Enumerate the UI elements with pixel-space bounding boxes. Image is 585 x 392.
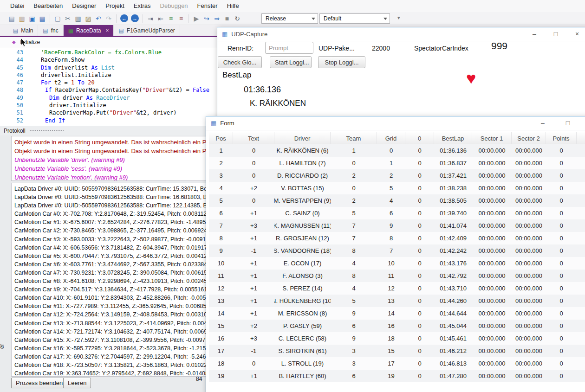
log-line[interactable]: CarMotion Car #7: X:-730.9231: Y:3.07282… bbox=[14, 269, 213, 277]
column-header-text[interactable]: Text bbox=[233, 132, 274, 144]
menu-extras[interactable]: Extras bbox=[129, 0, 156, 12]
close-icon[interactable]: × bbox=[582, 116, 585, 130]
toolbar-overflow-icon[interactable]: ▾ bbox=[397, 15, 400, 21]
menu-debuggen[interactable]: Debuggen bbox=[156, 0, 193, 12]
log-line[interactable]: CarMotion Car #19: X:363.74652: Y:2.9795… bbox=[14, 369, 213, 377]
log-line[interactable]: CarMotion Car #14: X:-721.72174: Y:3.104… bbox=[14, 328, 213, 336]
log-line[interactable]: CarMotion Car #3: X:-593.0033: Y:3.22226… bbox=[14, 235, 213, 244]
table-row[interactable]: 10K. RÄIKKÖNEN (6)10001:36.13600:00.0000… bbox=[209, 144, 585, 157]
undo-icon[interactable]: ↶ bbox=[93, 13, 104, 24]
clear-log-button[interactable]: Leeren bbox=[63, 378, 91, 388]
paste-icon[interactable]: ▨ bbox=[83, 13, 93, 24]
table-row[interactable]: 17-1S. SIROTKIN (61)315001:46.21200:00.0… bbox=[209, 345, 585, 357]
column-header-driver[interactable]: Driver bbox=[274, 132, 331, 144]
log-line[interactable]: CarMotion Car #11: X:-727.7989: Y:3.1124… bbox=[14, 302, 213, 310]
table-row[interactable]: 8+1R. GROSJEAN (12)78001:42.40900:00.000… bbox=[209, 232, 585, 244]
log-line[interactable]: LapData Driver #0: UUID:-505597098361256… bbox=[14, 201, 213, 210]
menu-projekt[interactable]: Projekt bbox=[101, 0, 129, 12]
menu-datei[interactable]: Datei bbox=[6, 0, 29, 12]
log-line[interactable]: CarMotion Car #0: X:-702.708: Y:2.817064… bbox=[14, 210, 213, 218]
splitter-grip-icon[interactable] bbox=[29, 129, 64, 132]
cut-icon[interactable]: ✂ bbox=[63, 13, 73, 24]
table-row[interactable]: 7+3K. MAGNUSSEN (11)79001:41.07400:00.00… bbox=[209, 219, 585, 232]
table-row[interactable]: 20L. HAMILTON (7)01001:36.83700:00.00000… bbox=[209, 157, 585, 169]
column-header-grid[interactable]: Grid bbox=[377, 132, 405, 144]
log-line[interactable]: CarMotion Car #18: X:-723.50507: Y:3.135… bbox=[14, 361, 213, 369]
close-icon[interactable]: × bbox=[566, 27, 585, 41]
menu-hilfe[interactable]: Hilfe bbox=[222, 0, 244, 12]
column-header-pos[interactable]: Pos bbox=[209, 132, 233, 144]
log-line[interactable]: CarMotion Car #13: X:-713.88544: Y:3.122… bbox=[14, 319, 213, 328]
menu-designer[interactable]: Designer bbox=[67, 0, 101, 12]
compiler-warning-line[interactable]: Unbenutzte Variable 'motion'. (warning #… bbox=[14, 173, 213, 181]
profile-combo[interactable]: Default bbox=[319, 13, 390, 24]
log-line[interactable]: CarMotion Car #6: X:-603.7761: Y:3.47446… bbox=[14, 260, 213, 269]
table-row[interactable]: 180L. STROLL (19)317001:46.81300:00.0000… bbox=[209, 357, 585, 370]
log-line[interactable]: CarMotion Car #9: X:-704.517: Y:3.136463… bbox=[14, 285, 213, 294]
tab-f1gameudpparser[interactable]: ▤F1GameUdpParser bbox=[114, 25, 180, 36]
outdent-icon[interactable]: ⇤ bbox=[156, 13, 166, 24]
table-row[interactable]: 4+2V. BOTTAS (15)05001:38.23800:00.00000… bbox=[209, 182, 585, 194]
end-process-button[interactable]: Prozess beenden bbox=[11, 378, 67, 388]
save-all-icon[interactable]: ▦ bbox=[37, 13, 47, 24]
log-line[interactable]: CarMotion Car #12: X:-724.2564: Y:3.1491… bbox=[14, 310, 213, 319]
compiler-warning-line[interactable]: Objekt wurde in einen String umgewandelt… bbox=[14, 147, 213, 155]
log-line[interactable]: CarMotion Car #10: X:-601.9101: Y:2.8394… bbox=[14, 294, 213, 302]
minimize-icon[interactable]: – bbox=[524, 27, 545, 41]
column-header-0[interactable]: 0 bbox=[405, 132, 434, 144]
table-row[interactable]: 16+3C. LECLERC (58)918001:45.46100:00.00… bbox=[209, 332, 585, 345]
log-line[interactable]: CarMotion Car #16: X:-595.77295: Y:3.281… bbox=[14, 344, 213, 353]
tab-fnc[interactable]: ▤fnc bbox=[38, 25, 63, 36]
udp-title-bar[interactable]: ▦ UDP-Capture – □ × bbox=[217, 27, 585, 41]
log-line[interactable]: CarMotion Car #15: X:-727.5927: Y:3.1108… bbox=[14, 336, 213, 344]
start-logging-button[interactable]: Start Loggi... bbox=[270, 56, 312, 68]
table-row[interactable]: 30D. RICCIARDO (2)22001:37.42100:00.0000… bbox=[209, 169, 585, 182]
table-row[interactable]: 10+1E. OCON (17)410001:43.17600:00.00000… bbox=[209, 257, 585, 270]
column-header-points[interactable]: Points bbox=[546, 132, 577, 144]
new-module-icon[interactable]: ▤ bbox=[6, 13, 17, 24]
build-config-combo[interactable]: Release bbox=[261, 13, 318, 24]
form-title-bar[interactable]: ▦ Form – □ × bbox=[206, 116, 585, 130]
navigate-back-icon[interactable]: ← bbox=[120, 14, 128, 22]
maximize-icon[interactable]: □ bbox=[557, 116, 578, 130]
table-row[interactable]: 15+2P. GASLY (59)616001:45.04400:00.0000… bbox=[209, 320, 585, 332]
log-line[interactable]: LapData Driver #0: UUID:-505597098361256… bbox=[14, 193, 213, 201]
uncomment-icon[interactable]: ≡ bbox=[176, 13, 186, 24]
open-project-icon[interactable]: ▥ bbox=[17, 13, 27, 24]
table-row[interactable]: 50M. VERSTAPPEN (9)24001:38.50500:00.000… bbox=[209, 194, 585, 207]
close-tab-icon[interactable]: × bbox=[105, 27, 109, 34]
tab-racedata[interactable]: ▦RaceData× bbox=[64, 25, 114, 36]
log-line[interactable]: CarMotion Car #5: X:-600.70447: Y:3.7931… bbox=[14, 252, 213, 260]
table-row[interactable]: 13+1N. HÜLKENBERG (10)513001:44.26000:00… bbox=[209, 295, 585, 307]
log-panel[interactable]: LapData Driver #0: UUID:-505597098361256… bbox=[11, 183, 216, 377]
log-line[interactable]: CarMotion Car #4: X:-606.53656: Y:3.7181… bbox=[14, 244, 213, 252]
column-header-sector-1[interactable]: Sector 1 bbox=[472, 132, 512, 144]
run-icon[interactable]: ▶ bbox=[191, 13, 202, 24]
restart-icon[interactable]: ↻ bbox=[232, 13, 242, 24]
step-into-icon[interactable]: ↪ bbox=[202, 13, 212, 24]
column-header-bestlap[interactable]: BestLap bbox=[434, 132, 472, 144]
save-icon[interactable]: ▣ bbox=[27, 13, 37, 24]
stop-icon[interactable]: ■ bbox=[222, 13, 232, 24]
warnings-panel[interactable]: Objekt wurde in einen String umgewandelt… bbox=[11, 136, 216, 181]
navigate-forward-icon[interactable]: → bbox=[131, 14, 139, 22]
minimize-icon[interactable]: – bbox=[532, 116, 553, 130]
compiler-warning-line[interactable]: Unbenutzte Variable 'driver'. (warning #… bbox=[14, 155, 213, 164]
log-line[interactable]: CarMotion Car #2: X:-730.8465: Y:3.09886… bbox=[14, 226, 213, 235]
table-row[interactable]: 6+1C. SAINZ (0)56001:39.74000:00.00000:0… bbox=[209, 207, 585, 219]
column-header-team[interactable]: Team bbox=[331, 132, 377, 144]
log-line[interactable]: CarMotion Car #8: X:-641.6108: Y:2.92986… bbox=[14, 277, 213, 285]
comment-icon[interactable]: ≡ bbox=[166, 13, 176, 24]
table-row[interactable]: 19+1B. HARTLEY (60)619001:47.28000:00.00… bbox=[209, 370, 585, 382]
column-header-sector-2[interactable]: Sector 2 bbox=[512, 132, 546, 144]
menu-bearbeiten[interactable]: Bearbeiten bbox=[29, 0, 67, 12]
log-line[interactable]: LapData Driver #0: UUID:-505597098361256… bbox=[14, 185, 213, 193]
table-row[interactable]: 12+1S. PEREZ (14)412001:43.71000:00.0000… bbox=[209, 282, 585, 295]
windows-icon[interactable]: ▢ bbox=[52, 13, 63, 24]
table-row[interactable]: 9-1S. VANDOORNE (18)87001:42.24200:00.00… bbox=[209, 244, 585, 257]
step-over-icon[interactable]: ⇒ bbox=[212, 13, 222, 24]
table-row[interactable]: 11+1F. ALONSO (3)811001:42.79200:00.0000… bbox=[209, 270, 585, 282]
stop-logging-button[interactable]: Stop Loggi... bbox=[318, 56, 365, 68]
compiler-warning-line[interactable]: Unbenutzte Variable 'sess'. (warning #9) bbox=[14, 164, 213, 173]
copy-icon[interactable]: ▥ bbox=[73, 13, 83, 24]
